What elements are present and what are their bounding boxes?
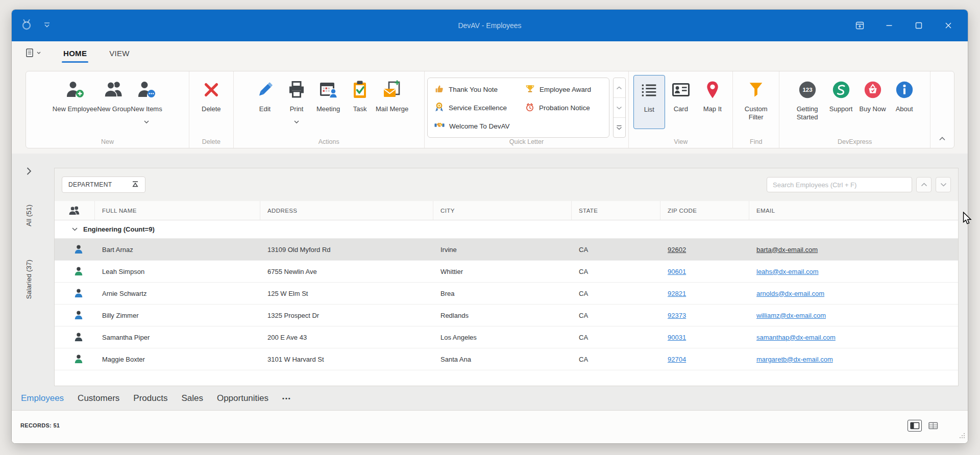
zip-link[interactable]: 92602 <box>668 246 686 254</box>
print-button[interactable]: Print <box>281 71 312 125</box>
ribbon-display-options-button[interactable] <box>848 17 871 34</box>
email-link[interactable]: williamz@dx-email.com <box>756 312 826 319</box>
gallery-expand-icon <box>616 125 622 131</box>
table-row[interactable]: Arnie Schwartz 125 W Elm St Brea CA 9282… <box>55 283 958 305</box>
task-button[interactable]: Task <box>344 71 376 113</box>
resize-grip[interactable] <box>960 432 965 441</box>
support-button[interactable]: Support <box>825 71 857 113</box>
search-prev-button[interactable] <box>916 177 932 192</box>
button-label: List <box>644 106 654 114</box>
employee-avatar <box>55 332 95 342</box>
table-row[interactable]: Billy Zimmer 1325 Prospect Dr Redlands C… <box>55 305 958 326</box>
column-header-full-name[interactable]: FULL NAME <box>95 201 260 220</box>
rail-item-salaried[interactable]: Salaried (37) <box>25 260 33 299</box>
service-excellence-item[interactable]: Service Excellence <box>434 98 525 117</box>
maximize-button[interactable] <box>908 17 930 34</box>
nav-more-button[interactable]: ••• <box>282 395 291 401</box>
gallery-expand-button[interactable] <box>614 117 625 137</box>
email-link[interactable]: arnolds@dx-email.com <box>756 290 824 297</box>
tab-home[interactable]: HOME <box>63 49 87 58</box>
column-header-address[interactable]: ADDRESS <box>260 201 433 220</box>
meeting-button[interactable]: Meeting <box>312 71 344 113</box>
list-layout-toggle-button[interactable] <box>908 420 922 432</box>
collapse-ribbon-button[interactable] <box>939 134 946 143</box>
nav-tab-customers[interactable]: Customers <box>78 393 119 403</box>
expand-rail-button[interactable] <box>26 167 32 178</box>
module-nav: Employees Customers Products Sales Oppor… <box>12 387 291 410</box>
tab-view[interactable]: VIEW <box>109 49 130 58</box>
table-view-icon <box>928 422 938 429</box>
mail-merge-button[interactable]: Mail Merge <box>376 71 408 113</box>
nav-tab-opportunities[interactable]: Opportunities <box>217 393 268 403</box>
medal-icon <box>434 102 444 113</box>
button-label: Custom Filter <box>738 105 774 121</box>
button-label: Getting Started <box>790 105 825 121</box>
group-by-department-chip[interactable]: DEPARTMENT <box>62 176 145 193</box>
card-view-button[interactable]: Card <box>665 71 697 113</box>
column-header-state[interactable]: STATE <box>572 201 660 220</box>
table-row[interactable]: Samantha Piper 200 E Ave 43 Los Angeles … <box>55 326 958 348</box>
column-header-zip-code[interactable]: ZIP CODE <box>660 201 749 220</box>
employee-avatar <box>55 310 95 320</box>
welcome-to-devav-item[interactable]: Welcome To DevAV <box>434 117 525 135</box>
new-items-button[interactable]: New Items <box>131 71 162 125</box>
getting-started-button[interactable]: 123 Getting Started <box>790 71 825 121</box>
employee-avatar <box>55 354 95 364</box>
zip-link[interactable]: 90031 <box>668 334 686 341</box>
rail-item-all[interactable]: All (51) <box>25 205 33 226</box>
minimize-button[interactable] <box>878 17 900 34</box>
search-next-button[interactable] <box>936 177 951 192</box>
zip-link[interactable]: 92821 <box>668 290 686 297</box>
button-label: New Items <box>131 105 162 113</box>
employee-award-item[interactable]: Employee Award <box>525 80 606 98</box>
buy-now-button[interactable]: Buy Now <box>857 71 889 113</box>
gallery-scroll-up-button[interactable] <box>614 78 625 97</box>
card-layout-toggle-button[interactable] <box>926 420 940 432</box>
chevron-right-icon <box>26 167 32 175</box>
edit-button[interactable]: Edit <box>249 71 281 113</box>
person-icon <box>74 332 84 342</box>
table-body: Bart Arnaz 13109 Old Myford Rd Irvine CA… <box>55 239 958 370</box>
delete-button[interactable]: Delete <box>195 71 227 113</box>
cell-address: 6755 Newlin Ave <box>260 268 433 275</box>
column-header-city[interactable]: CITY <box>433 201 572 220</box>
gallery-scroll-down-button[interactable] <box>614 97 625 117</box>
list-view-icon <box>640 80 659 100</box>
zip-link[interactable]: 92704 <box>668 356 686 363</box>
table-row[interactable]: Leah Simpson 6755 Newlin Ave Whittier CA… <box>55 261 958 283</box>
list-view-button[interactable]: List <box>633 75 665 129</box>
about-button[interactable]: About <box>889 71 920 113</box>
employee-avatar <box>55 288 95 298</box>
chip-label: DEPARTMENT <box>68 181 112 188</box>
map-it-button[interactable]: Map It <box>697 71 728 113</box>
probation-notice-item[interactable]: Probation Notice <box>525 98 606 117</box>
new-employee-button[interactable]: New Employee <box>53 71 97 113</box>
quick-access-dropdown-icon[interactable] <box>43 21 51 30</box>
custom-filter-button[interactable]: Custom Filter <box>738 71 774 121</box>
zip-link[interactable]: 92373 <box>668 312 686 319</box>
group-row-engineering[interactable]: Engineering (Count=9) <box>55 220 958 239</box>
nav-tab-sales[interactable]: Sales <box>181 393 203 403</box>
chevron-up-icon <box>921 183 927 187</box>
search-input[interactable] <box>767 177 912 192</box>
chevron-down-icon <box>940 183 947 187</box>
cell-full-name: Arnie Schwartz <box>95 290 260 297</box>
app-menu-button[interactable] <box>25 48 41 58</box>
email-link[interactable]: barta@dx-email.com <box>756 246 818 254</box>
nav-tab-products[interactable]: Products <box>133 393 167 403</box>
email-link[interactable]: margaretb@dx-email.com <box>756 356 833 363</box>
people-column-icon[interactable] <box>55 201 95 220</box>
table-row[interactable]: Bart Arnaz 13109 Old Myford Rd Irvine CA… <box>55 239 958 261</box>
nav-tab-employees[interactable]: Employees <box>21 393 64 403</box>
ribbon-group-view: List Card Map It View <box>629 71 733 148</box>
ribbon-group-actions: Edit Print Meeting <box>234 71 425 148</box>
zip-link[interactable]: 90601 <box>668 268 686 275</box>
column-header-email[interactable]: EMAIL <box>749 201 958 220</box>
button-label: Edit <box>259 105 271 113</box>
email-link[interactable]: leahs@dx-email.com <box>756 268 819 275</box>
email-link[interactable]: samanthap@dx-email.com <box>756 334 836 341</box>
thank-you-note-item[interactable]: Thank You Note <box>434 80 525 98</box>
table-row[interactable]: Maggie Boxter 3101 W Harvard St Santa An… <box>55 348 958 370</box>
new-group-button[interactable]: New Group <box>97 71 131 113</box>
close-button[interactable] <box>937 17 960 34</box>
